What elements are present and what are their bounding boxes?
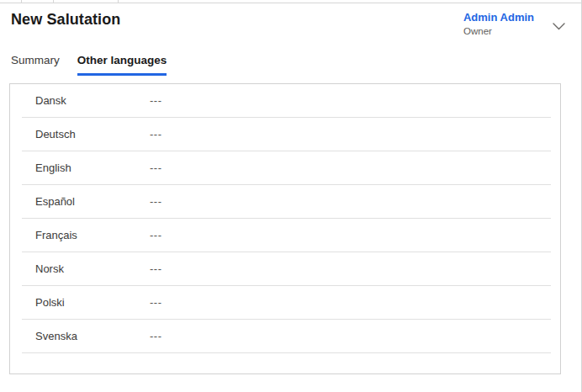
language-field-value[interactable]: --- [150,219,251,252]
language-field-label: Français [35,219,77,252]
table-row: Deutsch --- [10,118,560,151]
chevron-down-icon[interactable] [553,19,565,34]
command-bar-tick [118,0,119,3]
language-field-value[interactable]: --- [150,252,251,286]
command-bar-tick [53,0,54,3]
table-row: Dansk --- [10,84,560,118]
record-form-page: New Salutation Admin Admin Owner Summary… [0,0,582,392]
language-field-label: Svenska [35,320,77,353]
command-bar-tick [21,0,22,3]
table-row: Svenska --- [10,320,560,353]
form-tab-strip: Summary Other languages [11,54,167,76]
tab-summary[interactable]: Summary [11,54,60,76]
language-field-value[interactable]: --- [150,185,251,219]
language-field-value[interactable]: --- [150,320,251,353]
owner-link[interactable]: Admin Admin [463,11,534,24]
language-field-label: Polski [35,286,65,320]
owner-role-label: Owner [463,25,492,37]
table-row: Français --- [10,219,560,252]
table-row: Polski --- [10,286,560,320]
tab-other-languages[interactable]: Other languages [77,54,167,76]
language-field-label: Norsk [35,252,64,286]
language-field-value[interactable]: --- [150,84,251,118]
command-bar-divider [0,3,581,3]
language-field-value[interactable]: --- [150,286,251,320]
table-row: Norsk --- [10,252,560,286]
language-field-label: Dansk [35,84,66,118]
page-title: New Salutation [11,11,120,29]
table-row: English --- [10,151,560,185]
language-field-label: Español [35,185,75,219]
language-field-value[interactable]: --- [150,118,251,151]
table-row: Español --- [10,185,560,219]
language-field-value[interactable]: --- [150,151,251,185]
owner-header-block: Admin Admin Owner [463,11,565,37]
language-field-label: English [35,151,71,185]
other-languages-section: Dansk --- Deutsch --- English --- Españo… [9,83,561,374]
language-field-label: Deutsch [35,118,76,151]
